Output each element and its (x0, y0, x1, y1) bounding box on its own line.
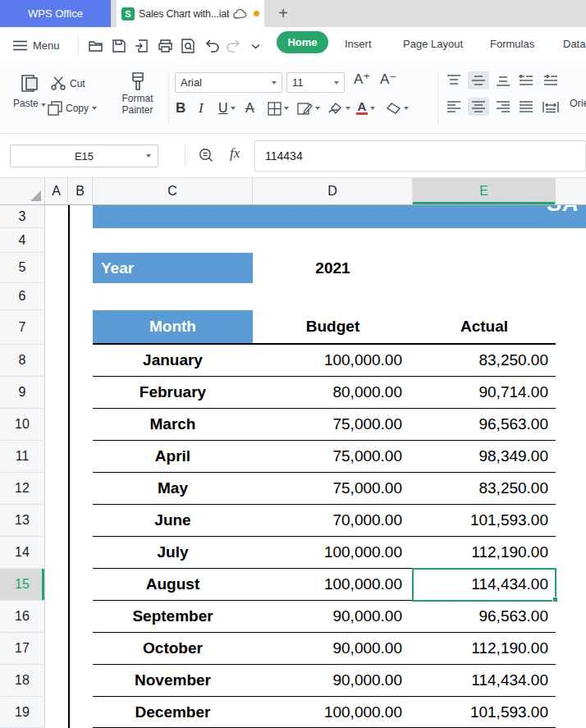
new-tab-button[interactable]: + (264, 0, 302, 27)
column-header-a[interactable]: A (45, 178, 68, 204)
cell-B15[interactable] (68, 569, 93, 601)
cell-D5-year-value[interactable]: 2021 (253, 253, 413, 283)
font-color-dropdown-icon[interactable] (370, 107, 375, 110)
copy-button[interactable]: Copy (48, 101, 97, 116)
paste-dropdown-icon[interactable] (41, 103, 46, 107)
cell-F9[interactable] (556, 377, 586, 409)
cell-F5[interactable] (556, 253, 586, 283)
wps-office-button[interactable]: WPS Office (0, 0, 111, 27)
column-header-b[interactable]: B (68, 178, 93, 204)
underline-dropdown-icon[interactable] (231, 107, 236, 110)
bold-button[interactable]: B (176, 98, 185, 119)
document-tab[interactable]: S Sales Chart with...iable Target Bar (117, 0, 264, 27)
column-header-d[interactable]: D (253, 178, 413, 204)
cell-D7-budget-header[interactable]: Budget (253, 310, 413, 345)
cell-F10[interactable] (556, 409, 586, 441)
cell-E5[interactable] (413, 253, 556, 283)
cell-C18-month[interactable]: November (93, 665, 253, 697)
select-all-corner[interactable] (0, 178, 45, 204)
cell-C12-month[interactable]: May (93, 473, 253, 505)
cell-D4[interactable] (253, 228, 413, 253)
cell-D14-budget[interactable]: 100,000.00 (253, 537, 413, 569)
ribbon-tab-insert[interactable]: Insert (345, 38, 372, 50)
orientation-label-partial[interactable]: Orie (570, 98, 586, 109)
column-header-c[interactable]: C (93, 178, 253, 204)
cell-D8-budget[interactable]: 100,000.00 (253, 345, 413, 377)
decrease-indent-button[interactable] (515, 71, 537, 89)
row-header-4[interactable]: 4 (0, 228, 45, 253)
fx-icon[interactable]: fx (230, 145, 240, 162)
strikethrough-button[interactable]: A (245, 98, 254, 119)
row-header-10[interactable]: 10 (0, 409, 45, 441)
cell-C5-year-label[interactable]: Year (93, 253, 253, 283)
align-center-button[interactable] (468, 98, 489, 116)
row-header-6[interactable]: 6 (0, 283, 45, 310)
align-left-button[interactable] (443, 98, 465, 116)
row-header-17[interactable]: 17 (0, 633, 45, 665)
cell-A5[interactable] (45, 253, 68, 283)
cell-F18[interactable] (556, 665, 586, 697)
font-name-select[interactable]: Arial (175, 72, 282, 93)
cell-C19-month[interactable]: December (93, 697, 253, 728)
cell-A16[interactable] (45, 601, 68, 633)
cell-B11[interactable] (68, 441, 93, 473)
row-header-16[interactable]: 16 (0, 601, 45, 633)
cell-A9[interactable] (45, 377, 68, 409)
cell-E4[interactable] (413, 228, 556, 253)
fill-color-button[interactable] (327, 98, 350, 119)
cell-D19-budget[interactable]: 100,000.00 (253, 697, 413, 728)
save-as-button[interactable] (133, 37, 151, 55)
cell-A15[interactable] (45, 569, 68, 601)
cell-D16-budget[interactable]: 90,000.00 (253, 601, 413, 633)
cell-B5[interactable] (68, 253, 93, 283)
quick-access-more-button[interactable] (246, 37, 264, 55)
cell-E18-actual[interactable]: 114,434.00 (413, 665, 556, 697)
cell-B13[interactable] (68, 505, 93, 537)
cell-B18[interactable] (68, 665, 93, 697)
cell-C16-month[interactable]: September (93, 601, 253, 633)
row-header-18[interactable]: 18 (0, 665, 45, 697)
row-header-9[interactable]: 9 (0, 377, 45, 409)
cell-A19[interactable] (45, 697, 68, 728)
borders-button[interactable] (268, 98, 289, 119)
copy-dropdown-icon[interactable] (92, 107, 97, 110)
cell-C11-month[interactable]: April (93, 441, 253, 473)
cell-A17[interactable] (45, 633, 68, 665)
cell-C4[interactable] (93, 228, 253, 253)
cell-D11-budget[interactable]: 75,000.00 (253, 441, 413, 473)
row-header-14[interactable]: 14 (0, 537, 45, 569)
cell-B6[interactable] (68, 283, 93, 310)
cell-F4[interactable] (556, 228, 586, 253)
ribbon-tab-page-layout[interactable]: Page Layout (403, 38, 463, 50)
cell-C15-month[interactable]: August (93, 569, 253, 601)
cell-F7[interactable] (556, 310, 586, 345)
font-color-button[interactable]: A (356, 98, 375, 119)
cell-B16[interactable] (68, 601, 93, 633)
cell-A12[interactable] (45, 473, 68, 505)
cell-F16[interactable] (556, 601, 586, 633)
cell-F8[interactable] (556, 345, 586, 377)
italic-button[interactable]: I (199, 98, 204, 119)
increase-font-size-button[interactable]: A⁺ (354, 71, 370, 88)
cell-style-button[interactable] (297, 98, 320, 119)
row-header-19[interactable]: 19 (0, 697, 45, 728)
cell-B8[interactable] (68, 345, 93, 377)
paste-button[interactable]: Paste (8, 71, 51, 109)
cell-C13-month[interactable]: June (93, 505, 253, 537)
cell-D18-budget[interactable]: 90,000.00 (253, 665, 413, 697)
cell-E12-actual[interactable]: 83,250.00 (413, 473, 556, 505)
cell-C14-month[interactable]: July (93, 537, 253, 569)
cell-C9-month[interactable]: February (93, 377, 253, 409)
cell-A6[interactable] (45, 283, 68, 310)
decrease-font-size-button[interactable]: A⁻ (380, 71, 396, 88)
cell-A8[interactable] (45, 345, 68, 377)
cell-style-dropdown-icon[interactable] (315, 107, 320, 110)
insert-function-icon[interactable] (197, 146, 215, 164)
cell-B9[interactable] (68, 377, 93, 409)
text-wrap-button[interactable] (540, 98, 561, 116)
cell-D13-budget[interactable]: 70,000.00 (253, 505, 413, 537)
ribbon-tab-formulas[interactable]: Formulas (490, 38, 534, 50)
cell-A11[interactable] (45, 441, 68, 473)
cell-F15[interactable] (556, 569, 586, 601)
eraser-dropdown-icon[interactable] (404, 107, 409, 110)
